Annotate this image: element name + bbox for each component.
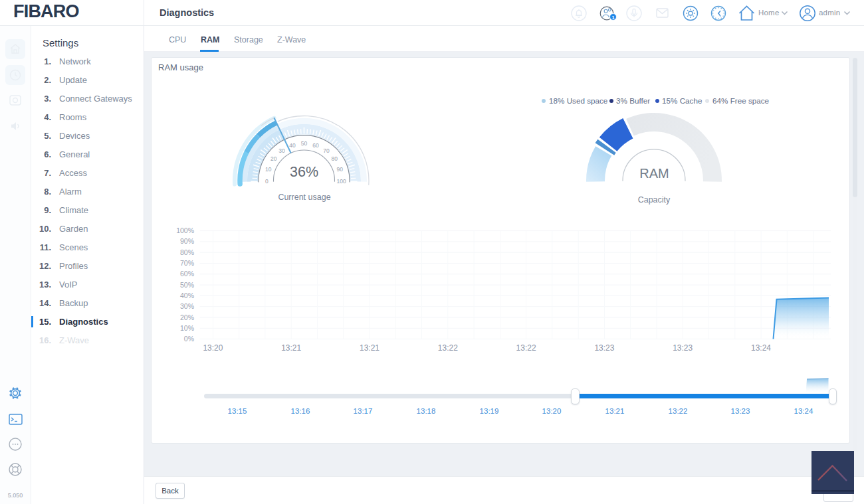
svg-text:20: 20 [270,155,277,162]
svg-text:70%: 70% [180,259,194,267]
svg-text:60: 60 [312,142,319,149]
svg-text:80: 80 [332,155,338,162]
svg-text:13:22: 13:22 [438,343,458,353]
svg-text:100%: 100% [176,226,194,234]
svg-text:50: 50 [301,140,308,147]
svg-text:36%: 36% [290,164,318,180]
svg-text:RAM: RAM [639,166,669,181]
svg-text:90: 90 [336,166,343,173]
svg-text:13:22: 13:22 [516,343,536,353]
svg-text:80%: 80% [180,248,194,256]
svg-text:20%: 20% [180,313,194,321]
svg-text:13:21: 13:21 [281,343,301,353]
svg-text:13:23: 13:23 [594,343,614,353]
svg-text:0: 0 [265,178,269,185]
svg-text:40: 40 [289,142,296,149]
svg-text:90%: 90% [180,237,194,245]
svg-text:13:20: 13:20 [203,343,223,353]
svg-text:40%: 40% [180,292,194,299]
svg-text:100: 100 [337,178,346,185]
svg-text:30%: 30% [180,302,194,310]
svg-text:13:23: 13:23 [673,343,693,353]
svg-text:0%: 0% [184,335,194,343]
svg-text:13:24: 13:24 [751,343,771,353]
svg-text:50%: 50% [180,281,194,289]
svg-text:13:21: 13:21 [360,343,379,353]
svg-text:60%: 60% [180,270,194,278]
svg-text:70: 70 [323,147,330,154]
svg-text:10: 10 [265,166,272,173]
svg-text:30: 30 [278,147,285,154]
svg-text:10%: 10% [180,324,194,332]
